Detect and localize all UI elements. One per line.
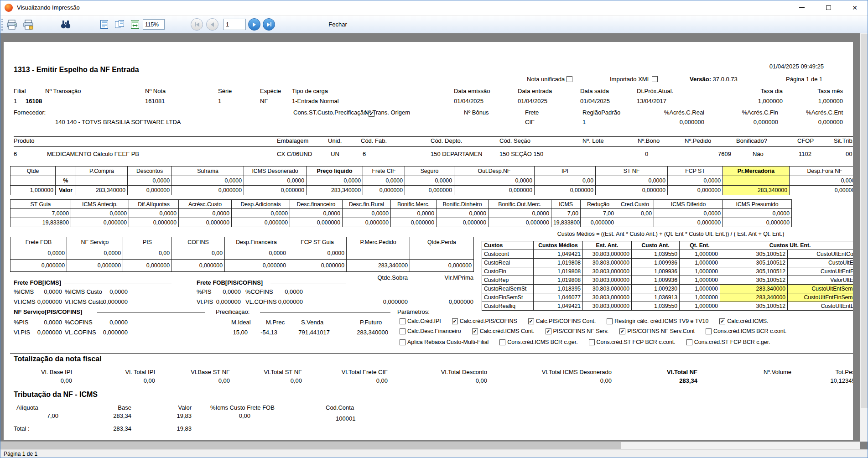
last-page-icon [270,22,271,26]
checkbox-icon[interactable]: ✓ [452,318,458,324]
cell [76,176,128,186]
cell: 7,0000 [10,209,71,218]
values-table-2: ST GuiaICMS Antecip.Dif.AlíquotasAcrésc.… [10,199,792,227]
bonus-label: Nº Bônus [464,109,489,116]
cell: 0,000000 [581,218,616,227]
close-button[interactable]: ✕ [842,0,868,15]
custos-row: CustoFin1,01980830.803,0000001,0099361,0… [482,267,853,276]
cell: Frete FOB [10,237,67,247]
checkbox-icon[interactable] [400,318,405,324]
cell: Suframa [172,167,244,176]
checkbox-icon[interactable] [400,339,405,345]
preview-area: 01/04/2025 09:49:25 1313 - Emitir Espelh… [0,33,860,442]
cell: 30.803,000000 [583,276,632,285]
param-item[interactable]: ✓PIS/COFINS NF Serv.Cont [619,328,695,334]
last-page-button[interactable] [263,18,275,31]
total-label: Vl.Total Desconto [416,369,487,375]
cell: 0,000000 [596,186,668,195]
cell [347,247,410,260]
checkbox-icon[interactable] [607,318,613,324]
cell: 0,0000 [288,247,347,260]
param-item[interactable]: Calc.Créd.IPI [400,318,441,324]
page-number-input[interactable] [223,19,246,30]
param-item[interactable]: Calc.Desc.Financeiro [400,328,461,334]
total-label: Vl. Base IPI [17,369,72,375]
param-item[interactable]: Restrigir cálc. créd.ICMS TV9 e TV10 [607,318,708,324]
total-block: Tot.Peso10,123457 [811,369,853,384]
find-button[interactable] [58,18,73,31]
previous-page-button[interactable] [206,18,218,31]
cell: 0,00 [172,247,225,260]
horizontal-scrollbar[interactable] [0,442,860,449]
cell: ValorUltEnt [788,276,853,285]
param-item[interactable]: ✓Calc.créd.ICMS. [719,318,768,324]
param-item[interactable]: ✓PIS/COFINS NF Serv. [546,328,609,334]
param-item[interactable]: Cons.créd.ST FCP BCR c.ger. [686,339,770,345]
checkbox-icon[interactable]: ✓ [546,328,551,334]
m-prec-value: -54,13 [241,329,277,336]
cell: 0,000000 [290,218,343,227]
p-futuro-value: 283,340000 [348,329,388,336]
cell: 0,0000 [343,209,391,218]
qtde-sobra-header: Qtde.Sobra [344,274,408,281]
page-width-view-button[interactable] [128,18,142,31]
cell: 1,009230 [632,285,680,293]
multi-page-view-button[interactable] [112,18,127,31]
zoom-input[interactable] [143,19,165,30]
close-preview-button[interactable]: Fechar [316,18,360,31]
icms-custo-fob-label: %Icms Custo Frete FOB [210,404,275,411]
cell: 30.803,000000 [583,285,632,293]
print-button[interactable] [5,18,19,31]
totalizacao-title: Totalização da nota fiscal [14,355,102,363]
horizontal-scrollbar-thumb[interactable] [0,442,621,449]
cell: 0,0000 [179,209,232,218]
cell: 0,000000 [790,186,853,195]
parametros-row-1: Calc.Créd.IPI ✓Calc.créd.PIS/COFINS ✓Cal… [400,318,769,324]
vertical-scrollbar-thumb[interactable] [861,34,868,408]
checkbox-icon[interactable]: ✓ [528,318,534,324]
cell: Out.Desp.NF [454,167,535,176]
aliquota-label: Alíquota [16,404,38,411]
first-page-icon [195,22,196,26]
fit-page-view-button[interactable] [97,18,111,31]
checkbox-icon[interactable] [499,339,505,345]
param-item[interactable]: Cons.créd.ICMS BCR c.cont. [706,328,786,334]
cell: 0,0000 [225,247,288,260]
param-item[interactable]: Cons.créd.ICMS BCR c.ger. [499,339,577,345]
checkbox-icon[interactable]: ✓ [719,318,725,324]
importado-xml-checkbox[interactable] [652,76,658,82]
cell: 0,000000 [225,260,288,272]
checkbox-icon[interactable]: ✓ [619,328,625,334]
print-setup-button[interactable] [21,18,36,31]
maximize-button[interactable] [815,0,842,15]
qtde-sobra-value: 0,000000 [344,298,408,305]
importado-xml-field: Importado XML [610,76,658,83]
cell: CustoUltEntCont [788,250,853,259]
param-item[interactable]: ✓Calc.PIS/COFINS Cont. [528,318,596,324]
checkbox-icon[interactable]: ✓ [472,328,478,334]
cell: 1,009936 [632,259,680,267]
param-item[interactable]: Aplica Rebaixa Custo-Multi-Filial [400,339,489,345]
total-label: Vl.Total Frete CIF [318,369,388,375]
first-page-button[interactable] [191,18,203,31]
cell: Valor [56,186,76,195]
cell: CustoReal [482,259,534,267]
cell: Desc.financeiro [290,200,343,209]
checkbox-icon[interactable] [686,339,692,345]
total-block: Vl.Base ST NF0,00 [172,369,230,384]
checkbox-icon[interactable] [589,339,595,345]
param-item[interactable]: Cons.créd.ST FCP BCR c.cont. [589,339,676,345]
checkbox-icon[interactable] [400,328,405,334]
status-bar: Página 1 de 1 [0,449,868,458]
minimize-button[interactable] [789,0,815,15]
cell: 0,0000 [668,176,723,186]
cell: IPI [535,167,596,176]
trib-total-label: Total : [14,425,30,432]
nota-unificada-checkbox[interactable] [567,76,572,82]
checkbox-icon[interactable] [706,328,712,334]
vertical-scrollbar[interactable] [860,33,868,442]
param-item[interactable]: ✓Calc.créd.ICMS Cont. [472,328,535,334]
param-item[interactable]: ✓Calc.créd.PIS/COFINS [452,318,517,324]
cell: CustoUltEntFin [788,267,853,276]
next-page-button[interactable] [248,18,260,31]
